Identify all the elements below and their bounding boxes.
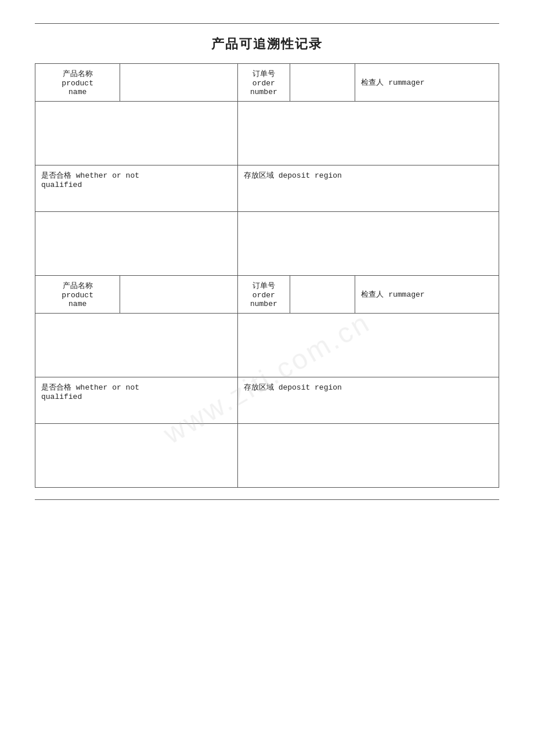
traceability-table: 产品名称 product name 订单号 order number 检查人 r… bbox=[35, 63, 499, 488]
table-row bbox=[35, 212, 499, 276]
extra-left-1 bbox=[35, 212, 238, 276]
top-line bbox=[35, 23, 499, 24]
extra-right-1 bbox=[237, 212, 499, 276]
product-name-value-2 bbox=[120, 276, 238, 314]
inspector-label: 检查人 rummager bbox=[355, 64, 499, 102]
table-row bbox=[35, 314, 499, 377]
table-row bbox=[35, 102, 499, 165]
product-name-value bbox=[120, 64, 238, 102]
page-title: 产品可追溯性记录 bbox=[35, 35, 499, 53]
order-number-value bbox=[290, 64, 355, 102]
order-number-value-2 bbox=[290, 276, 355, 314]
deposit-label-1: 存放区域 deposit region bbox=[237, 165, 499, 212]
bottom-line bbox=[35, 499, 499, 500]
inspector-label-2: 检查人 rummager bbox=[355, 276, 499, 314]
qualified-label-1: 是否合格 whether or not qualified bbox=[35, 165, 238, 212]
table-row: 产品名称 product name 订单号 order number 检查人 r… bbox=[35, 276, 499, 314]
order-number-label-2: 订单号 order number bbox=[237, 276, 290, 314]
data-left-2 bbox=[35, 314, 238, 377]
qualified-label-2: 是否合格 whether or not qualified bbox=[35, 377, 238, 424]
table-row bbox=[35, 424, 499, 488]
extra-left-2 bbox=[35, 424, 238, 488]
table-row: 是否合格 whether or not qualified 存放区域 depos… bbox=[35, 165, 499, 212]
order-number-label: 订单号 order number bbox=[237, 64, 290, 102]
data-right-1 bbox=[237, 102, 499, 165]
table-row: 产品名称 product name 订单号 order number 检查人 r… bbox=[35, 64, 499, 102]
table-row: 是否合格 whether or not qualified 存放区域 depos… bbox=[35, 377, 499, 424]
product-name-label-2: 产品名称 product name bbox=[35, 276, 120, 314]
extra-right-2 bbox=[237, 424, 499, 488]
data-right-2 bbox=[237, 314, 499, 377]
data-left-1 bbox=[35, 102, 238, 165]
product-name-label: 产品名称 product name bbox=[35, 64, 120, 102]
deposit-label-2: 存放区域 deposit region bbox=[237, 377, 499, 424]
